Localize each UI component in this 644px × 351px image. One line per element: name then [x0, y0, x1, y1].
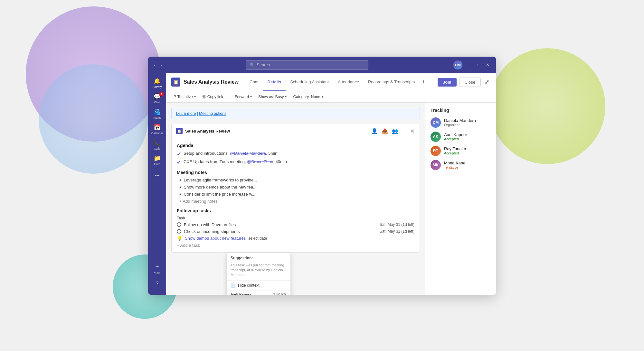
tab-attendance[interactable]: Attendance [333, 73, 364, 91]
suggestion-task-label[interactable]: Show demos about new features [185, 236, 246, 241]
person-avatar-2: RT [431, 146, 441, 156]
tab-details[interactable]: Details [263, 73, 286, 91]
more-toolbar-icon: ··· [330, 95, 333, 99]
task-suggestion: 💡 Show demos about new features select d… [177, 236, 414, 241]
tracking-person-2: RT Ray Tanaka Accepted [431, 146, 491, 156]
person-initials-0: DM [433, 120, 439, 125]
close-meeting-button[interactable]: Close [459, 78, 481, 87]
main-content: 📋 Sales Analysis Review Chat Details Sch… [166, 73, 496, 295]
sidebar-item-activity[interactable]: 🔔 Activity [150, 76, 164, 90]
back-button[interactable]: ‹ [152, 61, 157, 69]
agenda-check-1: ✔ [177, 159, 181, 165]
note-text-0: Leverage agile frameworks to provide... [184, 178, 257, 182]
transcript-items: Aadi Kapoor 1:50 PM We changed the file'… [227, 291, 290, 295]
forward-button[interactable]: → Forward ▾ [227, 93, 254, 100]
tentative-button[interactable]: ? Tentative ▾ [171, 93, 198, 100]
transcript-time-0: 1:50 PM [273, 292, 287, 295]
sidebar-item-apps[interactable]: ＋ Apps [150, 261, 164, 275]
sidebar-apps-label: Apps [154, 271, 161, 274]
person-info-3: Mona Kane Tentative [444, 161, 491, 169]
copy-link-button[interactable]: ⛓ Copy link [200, 93, 226, 100]
info-banner: Learn more | Meeting options [171, 108, 420, 119]
agenda-text-1: CXE Updates from Tues meeting, @Bruno Zh… [184, 159, 287, 165]
more-toolbar-button[interactable]: ··· [327, 93, 336, 100]
sidebar-teams-label: Teams [153, 116, 162, 119]
card-close-button[interactable]: ✕ [410, 127, 415, 135]
transcript-item-0: Aadi Kapoor 1:50 PM We changed the file'… [227, 291, 290, 295]
person-status-2: Accepted [444, 151, 491, 155]
window-close-button[interactable]: ✕ [483, 61, 492, 69]
agenda-item-1: ✔ CXE Updates from Tues meeting, @Bruno … [177, 159, 414, 165]
sidebar-calls-label: Calls [154, 147, 160, 150]
sidebar-item-calls[interactable]: 📞 Calls [150, 138, 164, 152]
sidebar-item-calendar[interactable]: 📅 Calendar [150, 122, 164, 136]
suggestion-header: Suggestion: [227, 253, 290, 263]
card-title: Sales Analysis Review [185, 129, 371, 134]
card-share-button[interactable]: 📤 [381, 127, 389, 135]
join-button[interactable]: Join [438, 78, 457, 87]
sidebar-item-teams[interactable]: 🫂 Teams [150, 107, 164, 121]
tab-recordings[interactable]: Recordings & Transcripts [364, 73, 419, 91]
hide-context-button[interactable]: 📄 Hide context [227, 281, 290, 291]
toolbar: ? Tentative ▾ ⛓ Copy link → Forward ▾ Sh… [166, 91, 496, 103]
person-initials-1: AK [433, 134, 438, 139]
sidebar-item-help[interactable]: ? [150, 277, 164, 291]
meeting-options-link[interactable]: Meeting options [199, 111, 226, 116]
tab-add-button[interactable]: + [419, 73, 428, 91]
sidebar-files-label: Files [154, 162, 160, 166]
maximize-button[interactable]: □ [475, 61, 483, 69]
sidebar-chat-label: Chat [154, 101, 160, 104]
tab-chat[interactable]: Chat [245, 73, 263, 91]
person-avatar-0: DM [431, 117, 441, 128]
files-icon: 📁 [154, 155, 161, 162]
copy-link-label: Copy link [207, 95, 223, 99]
learn-more-link[interactable]: Learn more [176, 111, 196, 116]
add-note-button[interactable]: + Add meeting notes [177, 199, 414, 204]
titlebar: ‹ › 🔍 ··· DM — □ ✕ [148, 57, 496, 73]
category-button[interactable]: Category: None ▾ [290, 93, 326, 100]
task-radio-0[interactable] [177, 222, 181, 227]
meeting-header-actions: Join Close ⤢ [438, 77, 491, 87]
meeting-notes-title: Meeting notes [177, 170, 414, 175]
sidebar-item-files[interactable]: 📁 Files [150, 153, 164, 167]
agenda-item-0: ✔ Setup and introductions, @Daniela Mand… [177, 151, 414, 157]
more-options-button[interactable]: ··· [447, 62, 451, 68]
person-name-2: Ray Tanaka [444, 146, 491, 151]
person-avatar-3: MK [431, 160, 441, 170]
category-label: Category: None [293, 95, 320, 99]
calls-icon: 📞 [154, 139, 161, 146]
sidebar-item-chat[interactable]: 💬 Chat 2 [150, 91, 164, 106]
meeting-icon: 📋 [171, 78, 180, 87]
transcript-person-0: Aadi Kapoor 1:50 PM [231, 292, 287, 295]
card-icon: 📋 [176, 128, 183, 134]
meeting-title: Sales Analysis Review [184, 79, 239, 85]
card-body: Agenda ✔ Setup and introductions, @Danie… [172, 138, 420, 252]
minimize-button[interactable]: — [465, 61, 474, 69]
task-radio-1[interactable] [177, 229, 181, 234]
sidebar-calendar-label: Calendar [151, 132, 163, 135]
suggestion-subtext: This task was pulled from meeting transc… [227, 263, 290, 281]
task-item-0: Follow up with Dave on files Sat, May 31… [177, 222, 414, 227]
show-as-button[interactable]: Show as: Busy ▾ [256, 93, 289, 100]
person-name-1: Aadi Kapoor [444, 132, 491, 137]
card-avatar-button[interactable]: 👤 [371, 127, 378, 135]
bullet-icon-1: • [179, 185, 181, 190]
search-icon: 🔍 [250, 62, 255, 67]
activity-icon: 🔔 [154, 78, 161, 85]
agenda-text-0: Setup and introductions, @Daniela Mander… [184, 151, 277, 156]
sidebar-item-more[interactable]: ••• [150, 169, 164, 183]
tab-scheduling[interactable]: Scheduling Assistant [286, 73, 333, 91]
share-button[interactable]: ⤢ [483, 77, 491, 87]
add-task-button[interactable]: + Add a task [177, 243, 414, 248]
meeting-header: 📋 Sales Analysis Review Chat Details Sch… [166, 73, 496, 91]
search-input[interactable] [257, 62, 365, 67]
card-more-button[interactable]: ··· [402, 127, 407, 134]
task-label-0: Follow up with Dave on files [184, 222, 377, 227]
card-people-button[interactable]: 👥 [391, 127, 399, 135]
apps-icon: ＋ [154, 263, 160, 270]
link-icon: ⛓ [202, 95, 206, 99]
teams-icon: 🫂 [154, 108, 161, 115]
forward-button[interactable]: › [159, 61, 164, 69]
forward-label: Forward [235, 95, 249, 99]
content-area: Learn more | Meeting options 📋 Sales Ana… [166, 103, 496, 295]
